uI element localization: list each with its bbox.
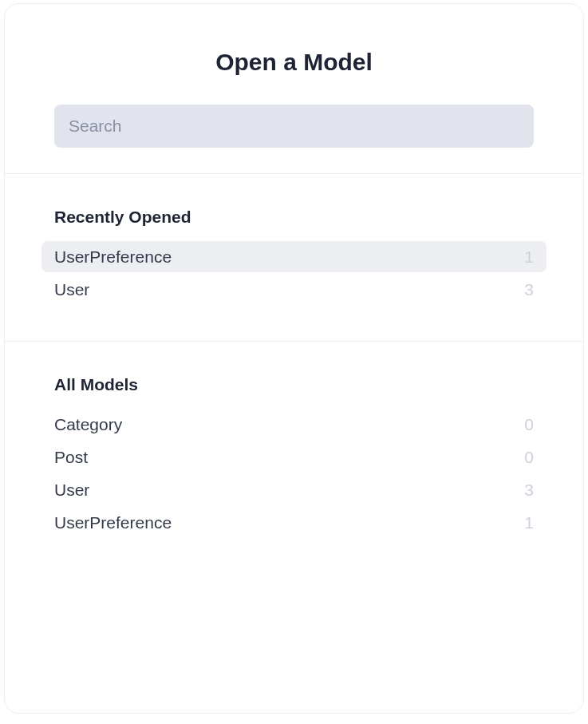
list-item[interactable]: Category 0 <box>41 409 547 440</box>
item-name: UserPreference <box>54 246 172 267</box>
item-count: 3 <box>524 279 534 300</box>
item-name: Category <box>54 413 122 435</box>
item-count: 1 <box>524 246 534 267</box>
recently-opened-section: Recently Opened UserPreference 1 User 3 <box>5 174 583 341</box>
all-models-section: All Models Category 0 Post 0 User 3 User… <box>5 341 583 574</box>
list-item[interactable]: UserPreference 1 <box>41 241 547 272</box>
item-count: 3 <box>524 479 534 500</box>
search-input[interactable] <box>54 105 534 148</box>
recently-opened-list: UserPreference 1 User 3 <box>41 241 547 306</box>
item-name: Post <box>54 446 88 468</box>
all-models-list: Category 0 Post 0 User 3 UserPreference … <box>41 409 547 539</box>
modal-header: Open a Model <box>5 4 583 174</box>
list-item[interactable]: Post 0 <box>41 441 547 473</box>
modal-title: Open a Model <box>54 49 534 76</box>
list-item[interactable]: UserPreference 1 <box>41 507 547 538</box>
list-item[interactable]: User 3 <box>41 274 547 305</box>
item-count: 1 <box>524 512 534 533</box>
section-title-recent: Recently Opened <box>54 208 534 227</box>
item-name: User <box>54 279 89 300</box>
section-title-all: All Models <box>54 375 534 394</box>
item-name: UserPreference <box>54 512 172 533</box>
item-count: 0 <box>524 446 534 468</box>
item-name: User <box>54 479 89 500</box>
list-item[interactable]: User 3 <box>41 474 547 505</box>
item-count: 0 <box>524 413 534 435</box>
open-model-modal: Open a Model Recently Opened UserPrefere… <box>4 3 584 714</box>
